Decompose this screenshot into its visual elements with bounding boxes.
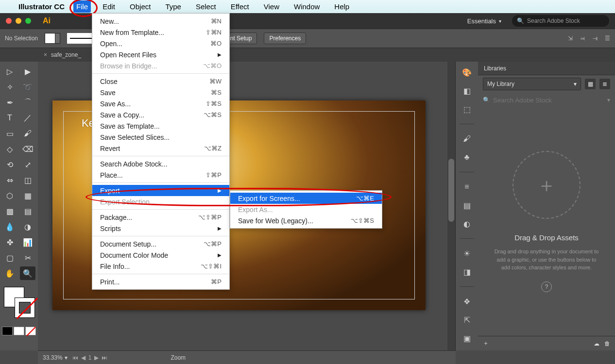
menu-item-export-for-screens[interactable]: Export for Screens...⌥⌘E bbox=[230, 193, 382, 204]
color-guide-panel-icon[interactable]: ◧ bbox=[461, 85, 473, 97]
menu-item-print[interactable]: Print...⌘P bbox=[92, 276, 229, 287]
menu-item-save[interactable]: Save⌘S bbox=[92, 87, 229, 98]
graph-tool-icon[interactable]: 📊 bbox=[20, 235, 35, 249]
menu-item-document-setup[interactable]: Document Setup...⌥⌘P bbox=[92, 238, 229, 249]
zoom-dropdown[interactable]: 33.33% ▾ bbox=[43, 354, 68, 361]
library-search[interactable]: 🔍 ▾ bbox=[478, 93, 615, 107]
hand-tool-icon[interactable]: ✋ bbox=[2, 266, 17, 280]
menu-item-document-color-mode[interactable]: Document Color Mode▶ bbox=[92, 249, 229, 261]
minimize-window[interactable] bbox=[16, 18, 21, 24]
rotate-tool-icon[interactable]: ⟲ bbox=[2, 158, 17, 171]
add-content-icon[interactable]: ＋ bbox=[483, 339, 489, 347]
gradient-tool-icon[interactable]: ▤ bbox=[20, 204, 35, 218]
close-tab-icon[interactable]: × bbox=[44, 51, 47, 58]
workspace-switcher[interactable]: Essentials bbox=[467, 17, 501, 25]
menu-item-open[interactable]: Open...⌘O bbox=[92, 38, 229, 49]
vertical-scrollbar[interactable] bbox=[447, 62, 455, 350]
menu-item-file-info[interactable]: File Info...⌥⇧⌘I bbox=[92, 261, 229, 272]
lasso-tool-icon[interactable]: ➰ bbox=[20, 80, 35, 94]
libraries-tab[interactable]: Libraries bbox=[478, 62, 615, 75]
swatches-panel-icon[interactable]: ⬚ bbox=[461, 103, 473, 115]
selection-tool-icon[interactable]: ▷ bbox=[2, 65, 17, 78]
fill-swatch[interactable] bbox=[45, 33, 60, 44]
drop-zone-icon[interactable]: ＋ bbox=[512, 151, 581, 219]
menu-item-save-a-copy[interactable]: Save a Copy...⌥⌘S bbox=[92, 109, 229, 120]
menu-item-search-adobe-stock[interactable]: Search Adobe Stock... bbox=[92, 158, 229, 169]
symbol-sprayer-tool-icon[interactable]: ✤ bbox=[2, 235, 17, 249]
eraser-tool-icon[interactable]: ⌫ bbox=[20, 142, 35, 156]
color-mode-gradient[interactable] bbox=[14, 327, 24, 335]
help-icon[interactable]: ? bbox=[541, 281, 552, 292]
color-mode-none[interactable] bbox=[25, 327, 36, 335]
distribute-v-icon[interactable]: ⫣ bbox=[592, 35, 598, 42]
menu-view[interactable]: View bbox=[261, 0, 282, 13]
preferences-button[interactable]: Preferences bbox=[264, 33, 306, 44]
slice-tool-icon[interactable]: ✂ bbox=[20, 251, 35, 265]
curvature-tool-icon[interactable]: ⌒ bbox=[20, 96, 35, 109]
prev-artboard-icon[interactable]: ◀ bbox=[81, 354, 85, 361]
mesh-tool-icon[interactable]: ▩ bbox=[2, 204, 17, 218]
color-panel-icon[interactable]: 🎨 bbox=[461, 66, 473, 78]
fill-stroke-swatch[interactable] bbox=[2, 285, 36, 324]
list-icon[interactable]: ☰ bbox=[605, 35, 610, 42]
menu-item-save-for-web-legacy[interactable]: Save for Web (Legacy)...⌥⇧⌘S bbox=[230, 215, 382, 226]
stroke-panel-icon[interactable]: ≡ bbox=[461, 181, 473, 193]
width-tool-icon[interactable]: ⇔ bbox=[2, 173, 17, 187]
grid-view-icon[interactable]: ▦ bbox=[585, 79, 596, 89]
artboard-number[interactable]: 1 bbox=[88, 354, 92, 361]
rectangle-tool-icon[interactable]: ▭ bbox=[2, 127, 17, 140]
library-search-input[interactable] bbox=[493, 97, 604, 104]
symbols-panel-icon[interactable]: ♣ bbox=[461, 151, 473, 163]
menu-window[interactable]: Window bbox=[291, 0, 323, 13]
perspective-tool-icon[interactable]: ▦ bbox=[20, 189, 35, 202]
maximize-window[interactable] bbox=[25, 18, 31, 24]
distribute-h-icon[interactable]: ⫤ bbox=[580, 35, 585, 42]
last-artboard-icon[interactable]: ⏭ bbox=[102, 354, 107, 361]
document-tab[interactable]: × safe_zone_ bbox=[44, 51, 81, 58]
menu-item-new[interactable]: New...⌘N bbox=[92, 16, 229, 27]
zoom-tool-icon[interactable]: 🔍 bbox=[20, 266, 35, 280]
menu-item-new-from-template[interactable]: New from Template...⇧⌘N bbox=[92, 27, 229, 38]
direct-selection-tool-icon[interactable]: ▶ bbox=[20, 65, 35, 78]
menu-item-save-as-template[interactable]: Save as Template... bbox=[92, 120, 229, 132]
shaper-tool-icon[interactable]: ◇ bbox=[2, 142, 17, 156]
pen-tool-icon[interactable]: ✒ bbox=[2, 96, 17, 109]
scroll-thumb[interactable] bbox=[448, 159, 454, 222]
menu-item-package[interactable]: Package...⌥⇧⌘P bbox=[92, 212, 229, 223]
eyedropper-tool-icon[interactable]: 💧 bbox=[2, 220, 17, 233]
list-view-icon[interactable]: ≣ bbox=[599, 79, 610, 89]
artboard-tool-icon[interactable]: ▢ bbox=[2, 251, 17, 265]
menu-item-scripts[interactable]: Scripts▶ bbox=[92, 223, 229, 234]
close-window[interactable] bbox=[6, 18, 12, 24]
paintbrush-tool-icon[interactable]: 🖌 bbox=[20, 127, 35, 140]
transparency-panel-icon[interactable]: ◐ bbox=[461, 218, 473, 230]
menu-item-save-selected-slices[interactable]: Save Selected Slices... bbox=[92, 132, 229, 143]
magic-wand-tool-icon[interactable]: ✧ bbox=[2, 80, 17, 94]
graphic-styles-panel-icon[interactable]: ◨ bbox=[461, 266, 473, 278]
appearance-panel-icon[interactable]: ☀ bbox=[461, 248, 473, 259]
menu-object[interactable]: Object bbox=[127, 0, 154, 13]
artboards-panel-icon[interactable]: ▣ bbox=[461, 332, 473, 344]
trash-icon[interactable]: 🗑 bbox=[604, 340, 610, 347]
menu-item-place[interactable]: Place...⇧⌘P bbox=[92, 169, 229, 181]
menu-item-export[interactable]: Export▶ bbox=[92, 185, 229, 196]
adobe-stock-search[interactable]: 🔍 Search Adobe Stock bbox=[512, 15, 609, 27]
align-icon[interactable]: ⇲ bbox=[568, 35, 573, 42]
gradient-panel-icon[interactable]: ▤ bbox=[461, 199, 473, 211]
cloud-icon[interactable]: ☁ bbox=[594, 340, 599, 347]
menu-item-close[interactable]: Close⌘W bbox=[92, 76, 229, 87]
library-dropdown[interactable]: My Library ▾ bbox=[483, 78, 581, 90]
free-transform-tool-icon[interactable]: ◫ bbox=[20, 173, 35, 187]
menu-effect[interactable]: Effect bbox=[228, 0, 252, 13]
layers-panel-icon[interactable]: ❖ bbox=[461, 296, 473, 307]
menu-item-revert[interactable]: Revert⌥⌘Z bbox=[92, 143, 229, 154]
menu-file[interactable]: File bbox=[73, 0, 91, 13]
menu-item-open-recent-files[interactable]: Open Recent Files▶ bbox=[92, 49, 229, 60]
first-artboard-icon[interactable]: ⏮ bbox=[72, 354, 78, 361]
line-tool-icon[interactable]: ／ bbox=[20, 111, 35, 125]
menu-item-save-as[interactable]: Save As...⇧⌘S bbox=[92, 98, 229, 109]
type-tool-icon[interactable]: T bbox=[2, 111, 17, 125]
color-mode-solid[interactable] bbox=[2, 327, 13, 335]
shape-builder-tool-icon[interactable]: ⬡ bbox=[2, 189, 17, 202]
brushes-panel-icon[interactable]: 🖌 bbox=[461, 133, 473, 145]
